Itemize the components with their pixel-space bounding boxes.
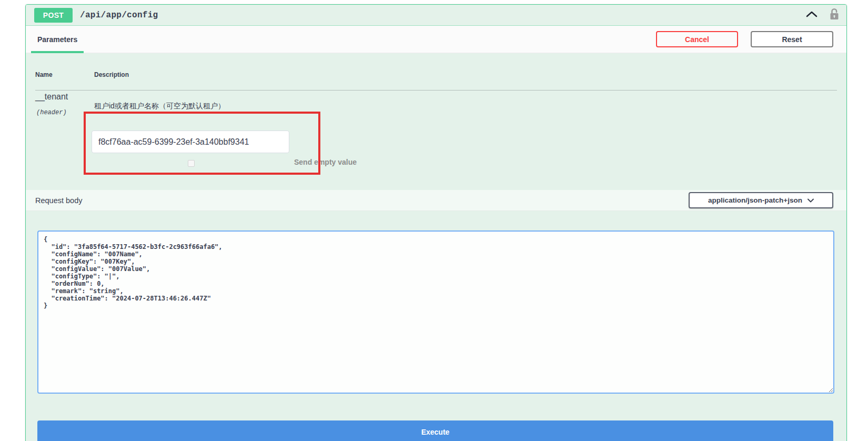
collapse-button[interactable] [805, 11, 818, 19]
reset-button[interactable]: Reset [751, 31, 833, 47]
http-method-badge: POST [34, 8, 73, 23]
parameter-name: __tenant [35, 92, 68, 102]
execute-button[interactable]: Execute [37, 420, 833, 441]
tab-parameters[interactable]: Parameters [31, 26, 84, 53]
request-body-label: Request body [35, 196, 82, 205]
tab-parameters-label: Parameters [37, 35, 77, 44]
parameter-description: 租户id或者租户名称（可空为默认租户） [94, 102, 225, 111]
media-type-select[interactable]: application/json-patch+json [689, 192, 833, 208]
parameters-section: Name Description __tenant (header) 租户id或… [26, 53, 846, 190]
column-divider [35, 90, 837, 91]
execute-row: Execute [26, 420, 846, 441]
opblock-post-config: POST /api/app/config [25, 4, 847, 441]
cancel-button[interactable]: Cancel [656, 31, 738, 47]
column-header-description: Description [94, 71, 129, 78]
chevron-up-icon [805, 11, 818, 19]
tab-bar: Parameters Cancel Reset [26, 26, 846, 53]
parameter-location: (header) [36, 109, 67, 116]
column-header-name: Name [35, 71, 53, 78]
request-body-textarea[interactable]: { "id": "3fa85f64-5717-4562-b3fc-2c963f6… [37, 230, 834, 394]
operation-header[interactable]: POST /api/app/config [26, 5, 846, 26]
tenant-value-input[interactable] [92, 131, 289, 153]
authorize-button[interactable] [829, 8, 840, 22]
chevron-down-icon [808, 196, 814, 204]
swagger-page: POST /api/app/config [0, 0, 868, 441]
unlocked-padlock-icon [829, 8, 840, 22]
send-empty-value-checkbox[interactable] [188, 160, 195, 167]
request-body-section: { "id": "3fa85f64-5717-4562-b3fc-2c963f6… [26, 211, 846, 420]
media-type-value: application/json-patch+json [708, 196, 802, 204]
request-body-header: Request body application/json-patch+json [26, 190, 846, 211]
endpoint-path: /api/app/config [80, 11, 158, 20]
send-empty-value-label: Send empty value [294, 158, 357, 166]
